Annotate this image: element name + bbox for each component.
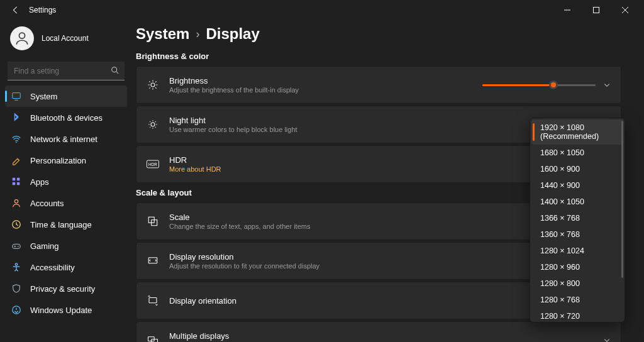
sidebar-item-privacy-security[interactable]: Privacy & security — [5, 278, 127, 299]
apps-icon — [11, 177, 21, 187]
svg-rect-8 — [17, 182, 19, 185]
svg-rect-21 — [149, 298, 157, 303]
row-brightness[interactable]: BrightnessAdjust the brightness of the b… — [136, 67, 621, 103]
resolution-option[interactable]: 1360 × 768 — [531, 226, 623, 243]
nav-label: Accessibility — [30, 263, 75, 272]
svg-point-16 — [151, 123, 155, 126]
resolution-option[interactable]: 1280 × 720 — [531, 308, 623, 321]
titlebar: Settings — [0, 0, 644, 20]
nav-label: Accounts — [30, 199, 64, 208]
resolution-dropdown[interactable]: 1920 × 1080 (Recommended)1680 × 10501600… — [530, 118, 625, 323]
sidebar-item-personalization[interactable]: Personalization — [5, 150, 127, 171]
svg-text:HDR: HDR — [148, 162, 157, 167]
sidebar-item-system[interactable]: System — [5, 86, 127, 107]
nav: SystemBluetooth & devicesNetwork & inter… — [5, 86, 127, 321]
pers-icon — [11, 155, 21, 165]
breadcrumb: System › Display — [136, 25, 621, 43]
user-block[interactable]: Local Account — [5, 24, 127, 59]
a11y-icon — [11, 262, 21, 272]
svg-rect-7 — [13, 182, 15, 185]
search-box[interactable] — [8, 62, 125, 80]
search-icon — [111, 66, 119, 75]
svg-rect-3 — [13, 93, 20, 99]
nav-label: Bluetooth & devices — [30, 113, 103, 123]
time-icon — [11, 219, 21, 229]
resolution-option[interactable]: 1280 × 768 — [531, 292, 623, 308]
resolution-option[interactable]: 1280 × 800 — [531, 275, 623, 292]
search-input[interactable] — [8, 62, 125, 80]
svg-point-15 — [151, 83, 155, 87]
nav-label: Personalization — [30, 156, 86, 165]
brightness-slider[interactable] — [482, 83, 596, 87]
orientation-icon — [147, 295, 159, 306]
chevron-right-icon: › — [196, 28, 199, 41]
back-icon[interactable] — [11, 6, 20, 14]
nav-label: Privacy & security — [30, 284, 95, 294]
svg-point-4 — [16, 141, 17, 143]
window-controls — [557, 0, 644, 20]
nav-label: Windows Update — [30, 306, 92, 315]
svg-rect-6 — [17, 178, 19, 180]
moon-icon — [147, 119, 159, 130]
game-icon — [11, 241, 21, 251]
sun-icon — [147, 79, 159, 91]
scrollbar[interactable] — [621, 121, 623, 278]
breadcrumb-parent[interactable]: System — [136, 25, 189, 43]
sidebar-item-accessibility[interactable]: Accessibility — [5, 256, 127, 278]
multiple-displays-icon — [147, 334, 159, 342]
sidebar-item-gaming[interactable]: Gaming — [5, 235, 127, 256]
nav-label: System — [30, 92, 57, 101]
sidebar: Local Account SystemBluetooth & devicesN… — [0, 20, 132, 342]
chevron-down-icon[interactable] — [603, 81, 611, 89]
resolution-option[interactable]: 1400 × 1050 — [531, 194, 623, 210]
svg-rect-11 — [13, 244, 20, 248]
main: System › Display Brightness & color Brig… — [132, 20, 644, 342]
resolution-option[interactable]: 1680 × 1050 — [531, 145, 623, 161]
system-icon — [11, 91, 21, 101]
sidebar-item-network-internet[interactable]: Network & internet — [5, 128, 127, 150]
svg-point-2 — [112, 67, 117, 72]
nav-label: Apps — [30, 177, 49, 187]
resolution-option[interactable]: 1366 × 768 — [531, 210, 623, 226]
resolution-option[interactable]: 1920 × 1080 (Recommended) — [531, 119, 623, 145]
svg-point-12 — [18, 246, 19, 247]
priv-icon — [11, 284, 21, 294]
page-title: Display — [206, 25, 259, 43]
svg-point-13 — [15, 263, 18, 266]
app-title: Settings — [29, 6, 56, 14]
sidebar-item-bluetooth-devices[interactable]: Bluetooth & devices — [5, 107, 127, 128]
sidebar-item-apps[interactable]: Apps — [5, 171, 127, 192]
close-button[interactable] — [615, 0, 644, 20]
wifi-icon — [11, 134, 21, 144]
minimize-button[interactable] — [557, 0, 586, 20]
svg-point-9 — [14, 200, 18, 203]
row-multiple-displays[interactable]: Multiple displaysChoose the presentation… — [136, 322, 621, 342]
resolution-option[interactable]: 1280 × 1024 — [531, 243, 623, 259]
wu-icon — [11, 305, 21, 315]
maximize-button[interactable] — [586, 0, 615, 20]
chevron-down-icon[interactable] — [603, 336, 611, 342]
nav-label: Time & language — [30, 220, 92, 229]
svg-rect-0 — [594, 8, 599, 13]
acct-icon — [11, 198, 21, 208]
section-brightness-color: Brightness & color — [136, 52, 621, 61]
scale-icon — [147, 216, 159, 227]
hdr-icon: HDR — [147, 160, 159, 168]
sidebar-item-windows-update[interactable]: Windows Update — [5, 299, 127, 321]
svg-point-1 — [19, 33, 25, 38]
nav-label: Network & internet — [30, 135, 97, 144]
resolution-option[interactable]: 1280 × 960 — [531, 259, 623, 275]
resolution-icon — [147, 255, 159, 267]
user-name: Local Account — [42, 34, 89, 43]
hdr-more-link[interactable]: More about HDR — [169, 165, 221, 173]
sidebar-item-time-language[interactable]: Time & language — [5, 214, 127, 235]
resolution-option[interactable]: 1440 × 900 — [531, 177, 623, 194]
bt-icon — [11, 113, 21, 123]
resolution-option[interactable]: 1600 × 900 — [531, 161, 623, 177]
sidebar-item-accounts[interactable]: Accounts — [5, 192, 127, 214]
avatar — [10, 26, 34, 50]
nav-label: Gaming — [30, 241, 59, 251]
svg-rect-5 — [13, 178, 15, 180]
